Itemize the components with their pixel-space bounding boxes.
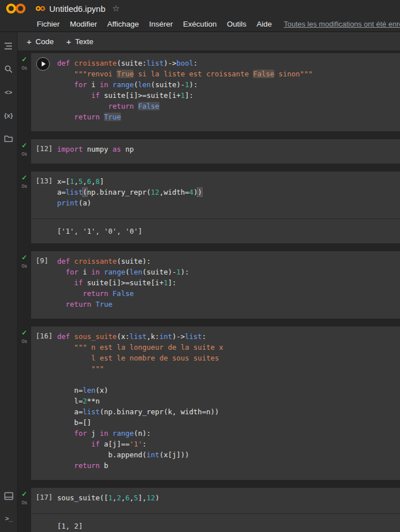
- code-line: if suite[i]>=suite[i+1]:: [57, 277, 395, 288]
- cell: ✓0s[13]x=[1,5,6,8]a=list(np.binary_repr(…: [18, 171, 400, 243]
- cell-success-check-icon: ✓: [21, 491, 27, 498]
- save-status-link[interactable]: Toutes les modifications ont été enregis…: [283, 20, 400, 28]
- add-text-label: Texte: [75, 37, 93, 46]
- code-line: """: [57, 363, 395, 374]
- code-snippets-icon[interactable]: <>: [2, 85, 15, 99]
- code-cell: [17]sous_suite([1,2,6,5],12)[1, 2]: [31, 488, 400, 532]
- notebook: ✓0sdef croissante(suite:list)->bool: """…: [18, 50, 400, 532]
- add-code-label: Code: [36, 37, 54, 46]
- cell-gutter: ✓0s: [18, 488, 31, 532]
- notebook-file-icon: [35, 5, 46, 12]
- cell-output: [1, 2]: [31, 513, 400, 532]
- code-line: for i in range(len(suite)-1):: [57, 267, 395, 277]
- code-line: x=[1,5,6,8]: [57, 176, 395, 187]
- colab-logo[interactable]: [5, 2, 27, 15]
- code-line: return True: [57, 111, 395, 122]
- execution-count[interactable]: [16]: [36, 332, 53, 340]
- code-line: b.append(int(x[j])): [57, 449, 395, 460]
- code-line: for i in range(len(suite)-1):: [57, 79, 395, 90]
- cell-success-check-icon: ✓: [21, 329, 27, 337]
- execution-count[interactable]: [17]: [36, 493, 53, 501]
- title-bar: Untitled6.ipynb ☆: [0, 0, 400, 17]
- code-line: return True: [57, 299, 395, 310]
- cell-exec-time: 0s: [21, 500, 27, 505]
- terminal-icon[interactable]: >_: [2, 512, 16, 525]
- menu-fichier[interactable]: Fichier: [32, 20, 65, 28]
- code-cell: [9]def croissante(suite): for i in range…: [31, 251, 400, 319]
- menu-outils[interactable]: Outils: [222, 20, 252, 28]
- notebook-title[interactable]: Untitled6.ipynb: [49, 4, 105, 14]
- cell-gutter: ✓0s: [18, 327, 31, 480]
- code-line: """ n est la longueur de la suite x: [57, 342, 395, 353]
- add-code-button[interactable]: + Code: [27, 37, 54, 46]
- cell-exec-time: 0s: [21, 151, 27, 157]
- code-cell: [16]def sous_suite(x:list,k:int)->list: …: [31, 327, 400, 480]
- cell-gutter: ✓0s: [18, 139, 31, 164]
- run-cell-button[interactable]: [36, 57, 50, 71]
- code-line: return False: [57, 101, 395, 111]
- cell: ✓0s[9]def croissante(suite): for i in ra…: [18, 251, 400, 319]
- console-panel-icon[interactable]: [2, 489, 16, 503]
- cell-exec-time: 0s: [21, 338, 27, 344]
- cell-output: ['1', '1', '0', '0']: [31, 218, 400, 243]
- colab-infinity-icon: [5, 2, 27, 15]
- code-line: return b: [57, 460, 395, 471]
- add-text-button[interactable]: + Texte: [66, 37, 93, 46]
- menu-inserer[interactable]: Insérer: [144, 20, 178, 28]
- code-line: print(a): [57, 198, 395, 208]
- code-line: n=len(x): [57, 385, 395, 396]
- code-editor[interactable]: def croissante(suite): for i in range(le…: [31, 251, 400, 319]
- code-line: def croissante(suite:list)->bool:: [57, 58, 395, 68]
- code-editor[interactable]: def sous_suite(x:list,k:int)->list: """ …: [31, 327, 400, 480]
- left-sidebar: <> {x} >_: [0, 32, 18, 532]
- code-line: [57, 374, 395, 385]
- cell: ✓0s[16]def sous_suite(x:list,k:int)->lis…: [18, 327, 400, 480]
- code-line: def sous_suite(x:list,k:int)->list:: [57, 331, 395, 342]
- cell: ✓0s[12]import numpy as np: [18, 139, 400, 164]
- cell-success-check-icon: ✓: [21, 254, 27, 261]
- code-cell: [12]import numpy as np: [31, 139, 400, 164]
- execution-count[interactable]: [13]: [36, 177, 53, 185]
- menu-execution[interactable]: Exécution: [178, 20, 222, 28]
- notebook-toolbar: + Code + Texte: [18, 32, 400, 50]
- execution-count[interactable]: [9]: [36, 256, 49, 265]
- table-of-contents-icon[interactable]: [2, 39, 15, 53]
- code-cell: def croissante(suite:list)->bool: """ren…: [31, 53, 400, 131]
- code-line: for j in range(n):: [57, 428, 395, 439]
- menu-aide[interactable]: Aide: [251, 20, 277, 28]
- cell: ✓0sdef croissante(suite:list)->bool: """…: [18, 53, 400, 131]
- code-line: def croissante(suite):: [57, 256, 395, 267]
- search-icon[interactable]: [2, 62, 15, 76]
- code-line: l=2**n: [57, 396, 395, 406]
- code-editor[interactable]: def croissante(suite:list)->bool: """ren…: [31, 53, 400, 131]
- menu-affichage[interactable]: Affichage: [102, 20, 144, 28]
- code-editor[interactable]: x=[1,5,6,8]a=list(np.binary_repr(12,widt…: [31, 171, 400, 217]
- variables-icon[interactable]: {x}: [2, 109, 15, 122]
- cell-exec-time: 0s: [21, 183, 27, 189]
- code-line: a=list(np.binary_repr(k, width=n)): [57, 406, 395, 417]
- code-line: if a[j]=='1':: [57, 439, 395, 449]
- code-line: return False: [57, 288, 395, 299]
- code-line: a=list(np.binary_repr(12,width=4)): [57, 187, 395, 198]
- code-line: b=[]: [57, 417, 395, 428]
- cell: ✓0s[17]sous_suite([1,2,6,5],12)[1, 2]: [18, 488, 400, 532]
- files-icon[interactable]: [2, 132, 15, 145]
- code-editor[interactable]: import numpy as np: [31, 139, 400, 164]
- code-editor[interactable]: sous_suite([1,2,6,5],12): [31, 488, 400, 512]
- cell-success-check-icon: ✓: [21, 142, 27, 149]
- execution-count[interactable]: [12]: [36, 144, 53, 153]
- cells: ✓0sdef croissante(suite:list)->bool: """…: [18, 53, 400, 532]
- menu-modifier[interactable]: Modifier: [65, 20, 102, 28]
- star-icon[interactable]: ☆: [112, 3, 119, 14]
- plus-icon: +: [27, 37, 32, 46]
- cell-gutter: ✓0s: [18, 53, 31, 131]
- cell-success-check-icon: ✓: [21, 174, 27, 182]
- plus-icon: +: [66, 37, 71, 46]
- code-line: import numpy as np: [57, 144, 395, 155]
- menu-bar: Fichier Modifier Affichage Insérer Exécu…: [0, 17, 400, 31]
- code-line: """renvoi True si la liste est croissant…: [57, 68, 395, 79]
- code-line: if suite[i]>=suite[i+1]:: [57, 90, 395, 101]
- header: Untitled6.ipynb ☆ Fichier Modifier Affic…: [0, 0, 400, 32]
- code-cell: [13]x=[1,5,6,8]a=list(np.binary_repr(12,…: [31, 171, 400, 243]
- cell-exec-time: 0s: [21, 263, 27, 269]
